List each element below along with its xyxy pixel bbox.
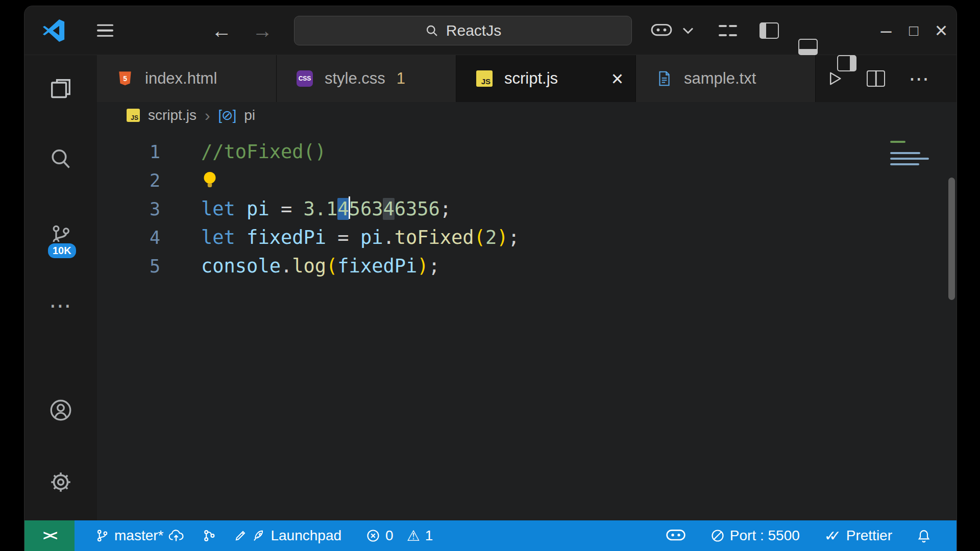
prettier-item[interactable]: ✓✓ Prettier	[824, 528, 892, 544]
minimize-button[interactable]: –	[875, 19, 897, 41]
main-area: 10K ⋯ 5	[24, 55, 957, 520]
editor-more-actions-icon[interactable]: ⋯	[909, 68, 929, 89]
tab-label: script.js	[504, 69, 558, 88]
settings-gear-icon[interactable]	[45, 467, 76, 497]
tab-script-js[interactable]: JS script.js ×	[456, 55, 636, 102]
minimap[interactable]	[890, 141, 933, 169]
code-token: //toFixed()	[201, 141, 326, 163]
maximize-button[interactable]: □	[902, 22, 925, 39]
scm-graph-icon	[202, 529, 216, 543]
code-token: fixedPi	[337, 255, 417, 277]
lightbulb-icon[interactable]	[201, 170, 218, 191]
warning-count: 1	[425, 528, 433, 544]
code-token: .	[281, 255, 292, 277]
line-number: 2	[97, 170, 160, 191]
copilot-status-item[interactable]	[666, 528, 686, 543]
titlebar: ← → ReactJs – □ ×	[24, 6, 957, 55]
minimap-line	[890, 141, 905, 143]
split-editor-icon[interactable]	[867, 70, 885, 87]
editor-scrollbar[interactable]	[948, 178, 955, 300]
activity-bar: 10K ⋯	[24, 55, 97, 520]
breadcrumb-symbol[interactable]: pi	[244, 107, 255, 123]
launchpad-item[interactable]: Launchpad	[234, 528, 341, 544]
toggle-panel-icon[interactable]	[798, 39, 818, 55]
code-line[interactable]: 5console.log(fixedPi);	[97, 252, 957, 281]
tab-index-html[interactable]: 5 index.html	[97, 55, 277, 102]
toggle-sidebar-right-icon[interactable]	[837, 55, 856, 71]
copilot-icon[interactable]	[650, 22, 673, 39]
search-box[interactable]: ReactJs	[294, 16, 632, 45]
statusbar-right: Port : 5500 ✓✓ Prettier	[666, 528, 957, 544]
tab-problem-badge: 1	[397, 69, 405, 88]
search-sidebar-icon[interactable]	[45, 144, 76, 174]
code-token: 6356	[395, 198, 440, 220]
remote-icon: ><	[43, 528, 56, 544]
edit-icon	[234, 529, 247, 542]
code-editor[interactable]: 1//toFixed()23let pi = 3.1456346356;4let…	[97, 129, 957, 520]
code-text: //toFixed()	[201, 138, 326, 166]
search-text: ReactJs	[446, 22, 501, 39]
more-actions-icon[interactable]: ⋯	[45, 290, 76, 320]
code-token: 563	[349, 198, 383, 220]
run-code-icon[interactable]	[825, 69, 843, 88]
js-icon: JS	[476, 70, 493, 87]
txt-file-icon	[655, 70, 673, 87]
back-arrow-icon[interactable]: ←	[211, 19, 232, 42]
port-item[interactable]: Port : 5500	[710, 528, 800, 544]
close-button[interactable]: ×	[930, 18, 952, 43]
symbol-variable-icon: [⊘]	[218, 107, 236, 123]
git-branch-icon	[95, 529, 109, 543]
rocket-icon	[252, 529, 265, 542]
html5-icon: 5	[116, 70, 134, 87]
close-tab-icon[interactable]: ×	[611, 68, 623, 89]
chevron-down-icon[interactable]	[682, 27, 694, 35]
menu-icon[interactable]	[97, 24, 113, 37]
customize-layout-icon[interactable]	[719, 22, 737, 39]
problems-item[interactable]: 0 ⚠ 1	[366, 527, 433, 544]
toggle-sidebar-left-icon[interactable]	[760, 22, 779, 39]
breadcrumb-file[interactable]: script.js	[148, 107, 197, 123]
code-token: pi	[247, 198, 270, 220]
explorer-icon[interactable]	[45, 73, 76, 104]
code-token: (	[326, 255, 337, 277]
remote-indicator[interactable]: ><	[24, 520, 75, 551]
source-control-icon[interactable]: 10K	[45, 220, 76, 251]
code-lines: 1//toFixed()23let pi = 3.1456346356;4let…	[97, 138, 957, 281]
code-token: =	[326, 227, 360, 248]
editor-group: 5 index.html CSS style.css 1 JS script.j…	[97, 55, 957, 520]
breadcrumb-separator: ›	[205, 106, 210, 125]
line-number: 4	[97, 228, 160, 248]
breadcrumb: JS script.js › [⊘] pi	[97, 102, 957, 129]
code-token: ;	[429, 255, 440, 277]
minimap-line	[890, 158, 929, 160]
code-token: =	[270, 198, 304, 220]
code-token: 3.1	[304, 198, 338, 220]
code-line[interactable]: 3let pi = 3.1456346356;	[97, 195, 957, 223]
code-token: (	[474, 227, 485, 248]
code-line[interactable]: 1//toFixed()	[97, 138, 957, 166]
code-token: console	[201, 255, 281, 277]
code-token: fixedPi	[247, 227, 326, 248]
code-text	[201, 166, 218, 195]
code-token: log	[292, 255, 326, 277]
code-line[interactable]: 4let fixedPi = pi.toFixed(2);	[97, 223, 957, 252]
notifications-item[interactable]	[917, 529, 931, 543]
minimap-line	[890, 163, 919, 165]
code-line[interactable]: 2	[97, 166, 957, 195]
code-token: let	[201, 198, 235, 220]
cloud-upload-icon	[168, 529, 184, 542]
tab-sample-txt[interactable]: sample.txt	[636, 55, 816, 102]
code-text: let fixedPi = pi.toFixed(2);	[201, 223, 520, 252]
forward-arrow-icon[interactable]: →	[252, 19, 273, 42]
source-control-graph-item[interactable]	[202, 529, 216, 543]
code-token: )	[497, 227, 508, 248]
account-icon[interactable]	[45, 395, 76, 425]
line-number: 1	[97, 142, 160, 162]
code-token: 2	[485, 227, 497, 248]
line-number: 5	[97, 256, 160, 277]
code-token: ;	[508, 227, 520, 248]
tab-style-css[interactable]: CSS style.css 1	[277, 55, 456, 102]
code-token: 4	[337, 198, 349, 220]
git-branch-item[interactable]: master*	[95, 528, 184, 544]
code-token: 4	[383, 198, 394, 220]
